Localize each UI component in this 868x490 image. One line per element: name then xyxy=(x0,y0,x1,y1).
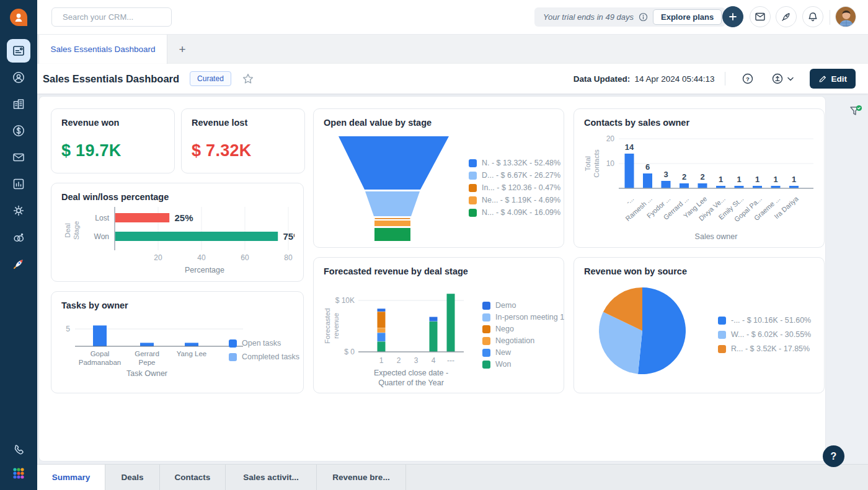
legend-label: In-person meeting 1 xyxy=(495,313,564,322)
info-icon[interactable] xyxy=(639,12,648,22)
tab-sales-essentials-dashboard[interactable]: Sales Essentials Dashboard xyxy=(38,35,167,64)
export-button[interactable] xyxy=(771,72,794,85)
help-button[interactable]: ? xyxy=(742,72,754,85)
sidebar-item-settings[interactable] xyxy=(7,199,30,222)
legend-item: Nego xyxy=(482,325,564,333)
sidebar-item-email[interactable] xyxy=(7,146,30,169)
add-dashboard-tab-button[interactable]: + xyxy=(175,42,190,57)
legend-item: New xyxy=(482,348,564,357)
data-updated-label: Data Updated: xyxy=(574,74,631,84)
edit-button[interactable]: Edit xyxy=(810,69,856,89)
footer-tab-contacts[interactable]: Contacts xyxy=(160,465,226,490)
favorite-star-button[interactable] xyxy=(242,73,254,84)
revenue-won-value: $ 19.7K xyxy=(61,141,164,160)
svg-text:Contacts: Contacts xyxy=(593,149,600,178)
card-deal-winloss: Deal win/loss percentage 2040608025%Lost… xyxy=(51,183,304,282)
legend-label: Open tasks xyxy=(242,339,281,348)
svg-text:20: 20 xyxy=(154,253,162,262)
data-updated-value: 14 Apr 2024 05:44:13 xyxy=(634,74,714,84)
dashboard-filter-button[interactable] xyxy=(848,104,863,121)
card-tasks-by-owner: Tasks by owner 5GopalPadmanabanGerrardPe… xyxy=(51,291,304,393)
quick-add-button[interactable] xyxy=(722,6,743,27)
edit-button-label: Edit xyxy=(831,74,848,84)
svg-text:Yang Lee: Yang Lee xyxy=(177,350,206,357)
svg-text:1: 1 xyxy=(755,175,760,184)
sidebar-item-deals[interactable] xyxy=(7,119,30,142)
footer-tab-sales-activities[interactable]: Sales activit... xyxy=(226,465,317,490)
svg-text:?: ? xyxy=(746,76,750,82)
svg-text:1: 1 xyxy=(737,175,741,184)
legend-swatch xyxy=(718,331,726,339)
legend-swatch xyxy=(469,196,477,204)
legend-swatch xyxy=(718,317,726,325)
whats-new-button[interactable] xyxy=(776,6,797,27)
email-inbox-button[interactable] xyxy=(750,6,771,27)
svg-text:Stage: Stage xyxy=(73,221,80,240)
freshworks-logo[interactable] xyxy=(9,7,29,27)
footer-tab-deals[interactable]: Deals xyxy=(105,465,160,490)
sidebar-item-dashboard[interactable] xyxy=(7,39,30,63)
legend-swatch xyxy=(482,302,490,310)
legend-label: In... - $ 120.36 - 0.47% xyxy=(482,183,560,192)
legend-label: R... - $ 3.52K - 17.85% xyxy=(731,344,810,353)
reports-icon xyxy=(12,177,25,191)
legend-item: Open tasks xyxy=(229,339,299,348)
legend-swatch xyxy=(469,159,477,167)
legend-swatch xyxy=(469,209,477,217)
user-avatar[interactable] xyxy=(835,6,856,27)
footer-tab-summary[interactable]: Summary xyxy=(37,465,105,490)
sidebar-item-reports[interactable] xyxy=(7,172,30,196)
help-fab[interactable]: ? xyxy=(823,445,844,467)
card-revenue-won: Revenue won $ 19.7K xyxy=(51,108,175,173)
search-box[interactable] xyxy=(51,7,172,27)
legend-item: Negotiation xyxy=(482,336,564,345)
legend-item: N. - $ 13.32K - 52.48% xyxy=(469,159,560,167)
card-title: Revenue lost xyxy=(192,118,294,128)
svg-text:-...: -... xyxy=(624,195,636,206)
card-contacts-by-owner: Contacts by sales owner 1020TotalContact… xyxy=(574,108,825,248)
sidebar-item-getting-started[interactable] xyxy=(7,252,30,276)
svg-text:1: 1 xyxy=(379,356,384,365)
star-icon xyxy=(242,73,254,84)
svg-text:$ 10K: $ 10K xyxy=(335,296,355,305)
sidebar-item-accounts[interactable] xyxy=(7,92,30,116)
topbar-divider xyxy=(830,10,830,25)
card-title: Open deal value by stage xyxy=(324,118,554,128)
sidebar-item-contacts[interactable] xyxy=(7,66,30,89)
card-open-deal-value: Open deal value by stage N. - $ 13.32K -… xyxy=(313,108,564,248)
freddy-ai-icon xyxy=(12,230,25,244)
notifications-button[interactable] xyxy=(802,6,823,27)
rocket-icon xyxy=(12,257,25,271)
chart-legend: Open tasksCompleted tasks xyxy=(229,339,299,361)
footer-tab-revenue-breakdown[interactable]: Revenue bre... xyxy=(317,465,406,490)
plus-icon xyxy=(727,11,738,22)
explore-plans-button[interactable]: Explore plans xyxy=(653,9,722,25)
svg-text:2: 2 xyxy=(397,356,401,365)
card-forecasted-revenue: Forecasted revenue by deal stage $ 10K$ … xyxy=(313,257,564,393)
envelope-icon xyxy=(755,11,766,22)
legend-item: In... - $ 120.36 - 0.47% xyxy=(469,183,560,192)
svg-text:$ 0: $ 0 xyxy=(344,348,355,356)
search-input[interactable] xyxy=(63,12,172,22)
legend-swatch xyxy=(482,361,490,369)
legend-label: D... - $ 6.67K - 26.27% xyxy=(482,171,560,180)
svg-text:5: 5 xyxy=(66,325,70,333)
legend-label: N... - $ 4.09K - 16.09% xyxy=(482,208,560,217)
svg-text:3: 3 xyxy=(414,356,418,365)
chevron-down-icon xyxy=(787,77,794,81)
legend-swatch xyxy=(469,172,477,180)
card-title: Deal win/loss percentage xyxy=(61,192,293,202)
svg-text:3: 3 xyxy=(663,170,668,179)
legend-swatch xyxy=(229,339,237,348)
legend-label: Ne... - $ 1.19K - 4.69% xyxy=(482,196,560,204)
sidebar-item-freddy-ai[interactable] xyxy=(7,225,30,249)
legend-item: In-person meeting 1 xyxy=(482,313,564,322)
sidebar-item-phone[interactable] xyxy=(7,438,30,462)
legend-label: W... - $ 6.02K - 30.55% xyxy=(731,330,811,339)
legend-label: N. - $ 13.32K - 52.48% xyxy=(482,159,560,167)
svg-text:80: 80 xyxy=(284,253,293,262)
sidebar-item-apps[interactable] xyxy=(7,462,30,485)
card-title: Contacts by sales owner xyxy=(584,118,814,128)
apps-grid-icon xyxy=(11,466,26,481)
avatar-image xyxy=(836,7,856,27)
